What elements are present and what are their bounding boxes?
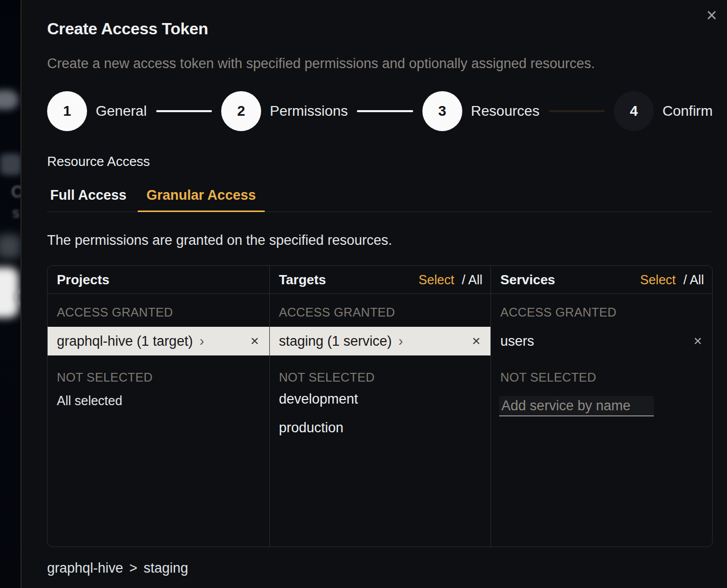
step-resources[interactable]: 3 Resources	[422, 91, 540, 131]
access-granted-label: ACCESS GRANTED	[48, 305, 269, 320]
backdrop-blurred-icon	[0, 235, 20, 258]
remove-service-button[interactable]: ×	[694, 334, 702, 348]
step-3-label: Resources	[471, 103, 540, 119]
modal-title: Create Access Token	[47, 19, 713, 38]
step-3-circle: 3	[422, 91, 462, 131]
services-select-link[interactable]: Select	[640, 272, 675, 287]
target-item-development[interactable]: development	[270, 385, 491, 413]
page-backdrop: C s C	[0, 0, 20, 588]
breadcrumb-target: staging	[143, 560, 188, 576]
access-granted-label: ACCESS GRANTED	[270, 305, 491, 320]
granted-project-row[interactable]: graphql-hive (1 target) › ×	[48, 327, 269, 355]
access-granted-label: ACCESS GRANTED	[491, 305, 712, 320]
stepper: 1 General 2 Permissions 3 Resources 4 Co…	[47, 91, 713, 131]
step-2-circle: 2	[221, 91, 261, 131]
modal-description: Create a new access token with specified…	[47, 55, 713, 72]
step-2-label: Permissions	[270, 103, 348, 119]
create-access-token-modal: × Create Access Token Create a new acces…	[20, 0, 727, 588]
breadcrumb: graphql-hive > staging	[47, 560, 713, 576]
granular-access-note: The permissions are granted on the speci…	[47, 233, 713, 248]
backdrop-blurred-pill	[0, 90, 18, 110]
targets-select-link[interactable]: Select	[419, 272, 454, 287]
services-all-link[interactable]: / All	[683, 272, 704, 287]
targets-column-body: ACCESS GRANTED staging (1 service) › × N…	[270, 294, 491, 547]
tab-full-access[interactable]: Full Access	[47, 187, 130, 212]
not-selected-label: NOT SELECTED	[491, 370, 712, 385]
close-button[interactable]: ×	[701, 5, 722, 26]
step-4-circle: 4	[614, 91, 654, 131]
column-targets: Targets Select / All ACCESS GRANTED stag…	[269, 266, 491, 547]
targets-all-link[interactable]: / All	[462, 272, 482, 287]
targets-header-title: Targets	[279, 272, 326, 288]
resource-table: Projects ACCESS GRANTED graphql-hive (1 …	[47, 265, 713, 547]
column-projects: Projects ACCESS GRANTED graphql-hive (1 …	[48, 266, 269, 547]
step-1-circle: 1	[47, 91, 87, 131]
step-1-label: General	[96, 103, 147, 119]
remove-target-button[interactable]: ×	[472, 334, 480, 348]
granted-service-row[interactable]: users ×	[491, 327, 712, 355]
not-selected-label: NOT SELECTED	[48, 370, 269, 385]
remove-project-button[interactable]: ×	[250, 334, 259, 348]
step-connector	[357, 110, 413, 112]
tab-granular-access[interactable]: Granular Access	[138, 187, 265, 212]
step-connector	[549, 110, 605, 112]
resource-access-heading: Resource Access	[47, 154, 713, 170]
targets-select-all: Select / All	[419, 272, 483, 287]
backdrop-blurred-glyph: C	[12, 287, 20, 309]
step-confirm[interactable]: 4 Confirm	[614, 91, 713, 131]
backdrop-blurred-text: C	[11, 182, 20, 201]
step-permissions[interactable]: 2 Permissions	[221, 91, 348, 131]
projects-column-body: ACCESS GRANTED graphql-hive (1 target) ›…	[48, 294, 269, 547]
all-selected-note: All selected	[48, 393, 269, 408]
granted-target-row[interactable]: staging (1 service) › ×	[270, 327, 491, 355]
targets-column-header: Targets Select / All	[270, 266, 491, 294]
services-column-header: Services Select / All	[491, 266, 712, 294]
step-connector	[156, 110, 212, 112]
services-column-body: ACCESS GRANTED users × NOT SELECTED	[491, 294, 712, 547]
services-header-title: Services	[500, 272, 555, 288]
column-services: Services Select / All ACCESS GRANTED use…	[490, 266, 712, 547]
chevron-right-icon: ›	[398, 333, 403, 349]
backdrop-blurred-icon	[0, 154, 20, 175]
granted-service-name: users	[500, 333, 534, 349]
step-general[interactable]: 1 General	[47, 91, 147, 131]
projects-header-title: Projects	[57, 272, 110, 288]
target-item-production[interactable]: production	[270, 413, 491, 442]
chevron-right-icon: ›	[200, 333, 204, 349]
backdrop-blurred-text: s	[12, 205, 19, 221]
resource-access-tabs: Full Access Granular Access	[47, 187, 713, 212]
services-select-all: Select / All	[640, 272, 704, 287]
breadcrumb-project: graphql-hive	[47, 560, 123, 576]
add-service-input[interactable]	[499, 396, 654, 416]
granted-project-name: graphql-hive (1 target)	[57, 333, 193, 349]
not-selected-label: NOT SELECTED	[270, 370, 491, 385]
projects-column-header: Projects	[48, 266, 269, 294]
step-4-label: Confirm	[662, 103, 713, 119]
close-icon: ×	[706, 6, 717, 25]
breadcrumb-separator: >	[130, 560, 138, 576]
granted-target-name: staging (1 service)	[279, 333, 392, 349]
